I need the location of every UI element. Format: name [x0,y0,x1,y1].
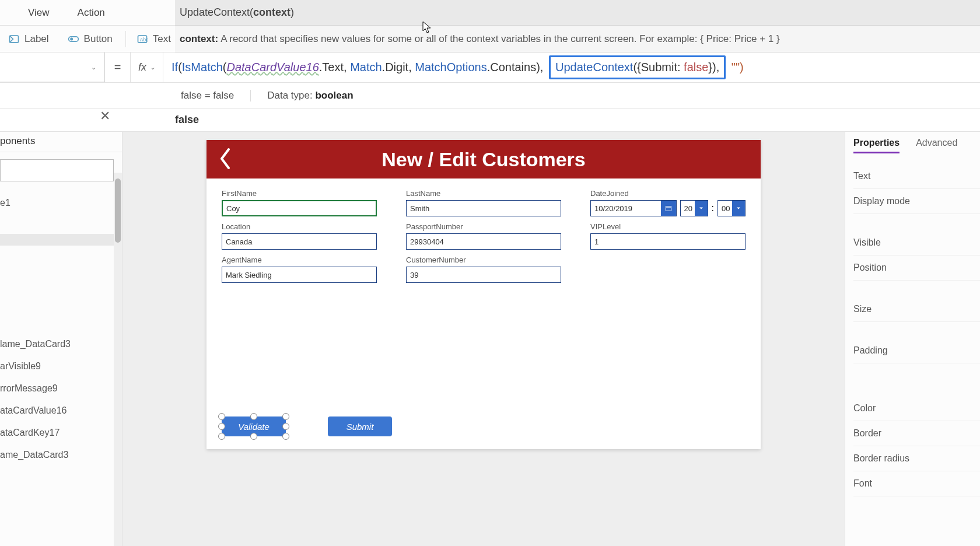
result-type-value: boolean [315,90,353,101]
tok-open: ( [178,61,182,74]
menu-action[interactable]: Action [64,7,119,19]
intellisense-description: context: A record that specifies new val… [175,26,980,52]
field-customernumber: CustomerNumber [406,256,561,283]
selection-handle[interactable] [218,423,225,430]
spacer [853,322,980,338]
fx-button[interactable]: fx ⌄ [131,52,163,82]
insert-label-button[interactable]: Label [2,31,55,47]
prop-font[interactable]: Font [853,471,980,496]
field-lastname: LastName [406,189,561,216]
spacer [853,363,980,380]
field-agentname: AgentName [222,256,377,283]
form-body: FirstName LastName DateJoined 10/20/2019 [206,178,761,293]
sig-suffix: ) [290,6,294,19]
prop-text[interactable]: Text [853,164,980,189]
prop-border[interactable]: Border [853,421,980,446]
intellisense-signature: UpdateContext(context) [175,0,980,26]
formula-result-value: false [0,108,980,132]
input-date[interactable]: 10/20/2019 [590,200,677,216]
tree-item[interactable]: ame_DataCard3 [0,444,122,466]
tok-close3: }), [708,61,719,74]
chevron-down-icon [732,201,745,216]
selection-handle[interactable] [282,413,289,420]
scrollbar-thumb[interactable] [115,178,121,243]
field-viplevel: VIPLevel [590,222,746,250]
tok-dot-contains: .Contains [487,61,537,74]
fx-label: fx [138,61,146,74]
prop-color[interactable]: Color [853,396,980,421]
button-icon [68,33,79,45]
menu-view[interactable]: View [14,7,64,19]
equals-sign: = [105,52,131,82]
tree-search-input[interactable] [0,159,114,181]
insert-button-button[interactable]: Button [62,31,118,47]
result-type: Data type: boolean [267,90,353,102]
selection-handle[interactable] [250,413,257,420]
input-minute[interactable]: 00 [718,200,746,216]
close-icon[interactable]: ✕ [100,108,110,124]
input-firstname[interactable] [222,200,377,216]
input-agentname[interactable] [222,267,377,283]
app-screen[interactable]: New / Edit Customers FirstName LastName … [206,140,761,449]
tree-item[interactable]: ataCardKey17 [0,422,122,444]
tab-advanced[interactable]: Advanced [916,138,957,153]
tree-item[interactable]: arVisible9 [0,355,122,377]
submit-button[interactable]: Submit [328,416,392,436]
validate-button[interactable]: Validate [222,416,286,436]
input-hour[interactable]: 20 [680,200,708,216]
tree-item[interactable]: e1 [0,192,122,214]
sig-arg: context [253,6,290,19]
result-type-label: Data type: [267,90,315,101]
desc-text: A record that specifies new values for s… [220,33,780,45]
selection-handle[interactable] [250,433,257,440]
svg-rect-1 [68,36,78,41]
field-location: Location [222,222,377,250]
calendar-icon[interactable] [661,201,676,216]
time-colon: : [712,203,714,214]
tok-empty: "") [728,61,743,74]
formula-input[interactable]: If(IsMatch(DataCardValue16.Text, Match.D… [163,52,980,82]
prop-position[interactable]: Position [853,256,980,281]
properties-panel: Properties Advanced Text Display mode Vi… [845,132,980,546]
tok-dot-digit: .Digit, [382,61,415,74]
input-viplevel[interactable] [590,233,746,250]
tok-submit: Submit: [641,61,684,74]
prop-size[interactable]: Size [853,297,980,322]
tree-scrollbar[interactable] [114,173,122,546]
tok-match: Match [350,61,382,74]
prop-padding[interactable]: Padding [853,338,980,363]
svg-text:Abc: Abc [140,37,148,43]
insert-label-text: Label [24,33,49,45]
spacer [853,214,980,230]
label-datejoined: DateJoined [590,189,746,198]
label-agentname: AgentName [222,256,377,264]
desc-label: context: [180,33,218,45]
chevron-down-icon: ⌄ [91,64,96,71]
prop-border-radius[interactable]: Border radius [853,446,980,471]
input-customernumber[interactable] [406,267,561,283]
selection-handle[interactable] [218,433,225,440]
input-location[interactable] [222,233,377,250]
label-firstname: FirstName [222,189,377,198]
tab-properties[interactable]: Properties [853,138,900,153]
tree-item-selected[interactable] [0,234,122,246]
tree-item[interactable]: lame_DataCard3 [0,333,122,355]
tok-false: false [684,61,708,74]
minute-value: 00 [722,204,730,213]
formula-bar: ⌄ = fx ⌄ If(IsMatch(DataCardValue16.Text… [0,52,980,83]
label-location: Location [222,222,377,231]
back-button[interactable] [217,147,233,170]
selection-handle[interactable] [282,423,289,430]
property-selector[interactable]: ⌄ [0,52,105,82]
form-title: New / Edit Customers [382,148,586,171]
tree-tab-components[interactable]: ponents [0,135,122,152]
chevron-down-icon: ⌄ [150,64,155,71]
input-passport[interactable] [406,233,561,250]
tree-item[interactable]: ataCardValue16 [0,400,122,422]
prop-display-mode[interactable]: Display mode [853,189,980,214]
selection-handle[interactable] [282,433,289,440]
tree-item[interactable]: rrorMessage9 [0,377,122,400]
input-lastname[interactable] [406,200,561,216]
prop-visible[interactable]: Visible [853,230,980,256]
selection-handle[interactable] [218,413,225,420]
